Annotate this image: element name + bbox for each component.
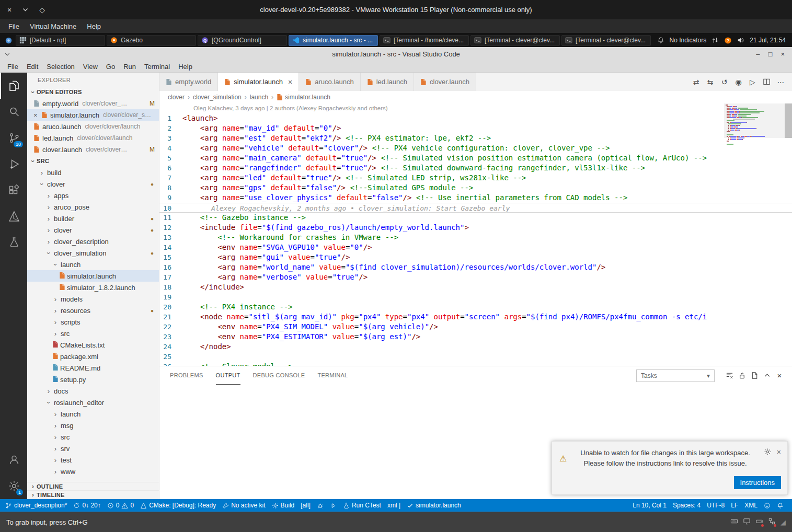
code-line-5[interactable]: 5 <arg name="main_camera" default="true"… — [159, 153, 792, 163]
tree-item-src[interactable]: ›src — [27, 328, 159, 339]
tree-item-resources[interactable]: ›resources● — [27, 305, 159, 316]
status-xml[interactable]: XML — [741, 499, 761, 512]
menu-go[interactable]: Go — [102, 62, 119, 72]
taskbar-item-terminal-clever-clev[interactable]: [Terminal - clever@clev... — [561, 35, 651, 46]
breadcrumb-launch[interactable]: launch — [250, 94, 268, 101]
status-bell-icon[interactable] — [774, 499, 787, 512]
open-changes-icon[interactable]: ⇆ — [703, 73, 717, 91]
close-icon[interactable]: × — [33, 111, 41, 119]
code-line-17[interactable]: 17 <arg name="verbose" value="true"/> — [159, 272, 792, 282]
menu-selection[interactable]: Selection — [42, 62, 78, 72]
vm-network-device[interactable] — [768, 517, 776, 527]
tree-item-clover-simulation[interactable]: ›clover_simulation● — [27, 247, 159, 259]
status-0-20[interactable]: 0↓ 20↑ — [70, 499, 104, 512]
tree-item-builder[interactable]: ›builder● — [27, 213, 159, 224]
minimize-button[interactable]: – — [756, 50, 760, 58]
code-editor[interactable]: Oleg Kalachev, 3 days ago | 2 authors (A… — [159, 103, 792, 366]
code-line-11[interactable]: 11 <!-- Gazebo instance --> — [159, 213, 792, 223]
status-cmake-debug-ready[interactable]: CMake: [Debug]: Ready — [137, 499, 219, 512]
open-editors-header[interactable]: › OPEN EDITORS — [27, 86, 159, 98]
code-line-18[interactable]: 18 </include> — [159, 282, 792, 292]
taskbar-item-terminal-clever-clev[interactable]: [Terminal - clever@clev... — [470, 35, 560, 46]
tree-item-scripts[interactable]: ›scripts — [27, 316, 159, 328]
tab-led-launch[interactable]: led.launch — [361, 73, 414, 91]
tree-item-msg[interactable]: ›msg — [27, 420, 159, 431]
vm-keyboard-device[interactable] — [730, 517, 738, 527]
taskbar-item-qgroundcontrol[interactable]: Q[QGroundControl] — [198, 35, 287, 46]
status-ln-10-col-1[interactable]: Ln 10, Col 1 — [629, 499, 670, 512]
notifications-bell-icon[interactable] — [657, 37, 664, 44]
status-smiley-icon[interactable] — [761, 499, 774, 512]
vm-harddisk-device[interactable] — [755, 517, 763, 527]
close-icon[interactable]: × — [288, 78, 292, 86]
activity-explorer[interactable] — [0, 73, 27, 99]
tree-item-test[interactable]: ›test — [27, 454, 159, 466]
taskbar-item-simulator-launch-src[interactable]: simulator.launch - src - ... — [289, 35, 378, 46]
tree-item-build[interactable]: ›build — [27, 167, 159, 178]
code-line-8[interactable]: 8 <arg name="gps" default="false"/> <!--… — [159, 183, 792, 193]
tree-item-clover[interactable]: ›clover● — [27, 224, 159, 236]
open-in-editor-icon[interactable] — [748, 369, 761, 382]
status-all[interactable]: [all] — [297, 499, 314, 512]
code-line-3[interactable]: 3 <arg name="est" default="ekf2"/> <!-- … — [159, 133, 792, 143]
tree-item-srv[interactable]: ›srv — [27, 443, 159, 454]
tree-item-roslaunch-editor[interactable]: ›roslaunch_editor — [27, 397, 159, 408]
tab-simulator-launch[interactable]: simulator.launch× — [218, 73, 299, 91]
code-line-15[interactable]: 15 <arg name="gui" value="true"/> — [159, 252, 792, 262]
code-line-25[interactable]: 25 — [159, 352, 792, 362]
activity-testing[interactable] — [0, 229, 27, 256]
activity-source-control[interactable]: 10 — [0, 125, 27, 151]
tree-item-models[interactable]: ›models — [27, 293, 159, 305]
tree-item-setup-py[interactable]: setup.py — [27, 374, 159, 385]
code-line-23[interactable]: 23 <env name="PX4_ESTIMATOR" value="$(ar… — [159, 332, 792, 342]
status-xml[interactable]: xml | — [384, 499, 404, 512]
code-line-4[interactable]: 4 <arg name="vehicle" default="clover"/>… — [159, 143, 792, 153]
clear-output-icon[interactable] — [723, 369, 736, 382]
open-editor-simulator-launch[interactable]: ×simulator.launchclover/clover_s… — [27, 109, 159, 121]
tree-item-apps[interactable]: ›apps — [27, 190, 159, 201]
code-line-7[interactable]: 7 <arg name="led" default="true"/> <!-- … — [159, 173, 792, 183]
code-line-13[interactable]: 13 <!-- Workaround for crashes in VMware… — [159, 233, 792, 242]
section-outline[interactable]: ›OUTLINE — [27, 482, 159, 491]
status-build[interactable]: Build — [269, 499, 298, 512]
activity-run-and-debug[interactable] — [0, 151, 27, 177]
status-simulator-launch[interactable]: simulator.launch — [404, 499, 464, 512]
notification-settings-gear-icon[interactable] — [764, 448, 772, 456]
updown-arrows-icon[interactable] — [711, 37, 719, 44]
code-line-21[interactable]: 21 <node name="sitl_$(arg mav_id)" pkg="… — [159, 312, 792, 322]
code-line-26[interactable]: 26 <!-- Clover model --> — [159, 362, 792, 366]
open-editor-clover-launch[interactable]: clover.launchclover/clover…M — [27, 144, 159, 155]
maximize-button[interactable]: □ — [768, 50, 773, 58]
panel-tab-problems[interactable]: PROBLEMS — [170, 366, 203, 385]
status-no-active-kit[interactable]: No active kit — [219, 499, 268, 512]
instructions-button[interactable]: Instructions — [734, 476, 781, 489]
output-channel-select[interactable]: Tasks ▾ — [636, 369, 715, 382]
minimap-slider[interactable] — [724, 103, 792, 138]
section-timeline[interactable]: ›TIMELINE — [27, 491, 159, 499]
tab-aruco-launch[interactable]: aruco.launch — [299, 73, 360, 91]
heatmap-icon[interactable]: ◉ — [731, 73, 745, 91]
more-actions-icon[interactable]: ⋯ — [774, 73, 788, 91]
tree-item-www[interactable]: ›www — [27, 466, 159, 477]
menu-view[interactable]: View — [79, 62, 102, 72]
vm-menu-virtual-machine[interactable]: Virtual Machine — [25, 20, 82, 32]
vertical-scrollbar[interactable] — [785, 103, 792, 138]
breadcrumb-clover-simulation[interactable]: clover_simulation — [193, 94, 242, 101]
code-line-19[interactable]: 19 — [159, 292, 792, 302]
code-line-12[interactable]: 12 <include file="$(find gazebo_ros)/lau… — [159, 223, 792, 233]
taskbar-item-gazebo[interactable]: Gazebo — [107, 35, 196, 46]
code-line-10[interactable]: 10Alexey Rogachevskiy, 2 months ago • cl… — [159, 203, 792, 213]
tab-clover-launch[interactable]: clover.launch — [414, 73, 476, 91]
compare-changes-icon[interactable]: ⇄ — [689, 73, 703, 91]
activity-cmake[interactable] — [0, 203, 27, 229]
tree-item-package-xml[interactable]: package.xml — [27, 351, 159, 362]
status-play-icon[interactable] — [327, 499, 340, 512]
vm-close-icon[interactable]: × — [7, 6, 12, 14]
status-utf-8[interactable]: UTF-8 — [704, 499, 728, 512]
tree-item-simulator-launch[interactable]: simulator.launch — [27, 270, 159, 282]
menu-run[interactable]: Run — [119, 62, 140, 72]
menu-file[interactable]: File — [3, 62, 22, 72]
gitlens-authors-codelens[interactable]: Oleg Kalachev, 3 days ago | 2 authors (A… — [159, 103, 792, 113]
menu-terminal[interactable]: Terminal — [140, 62, 174, 72]
code-line-22[interactable]: 22 <env name="PX4_SIM_MODEL" value="$(ar… — [159, 322, 792, 332]
